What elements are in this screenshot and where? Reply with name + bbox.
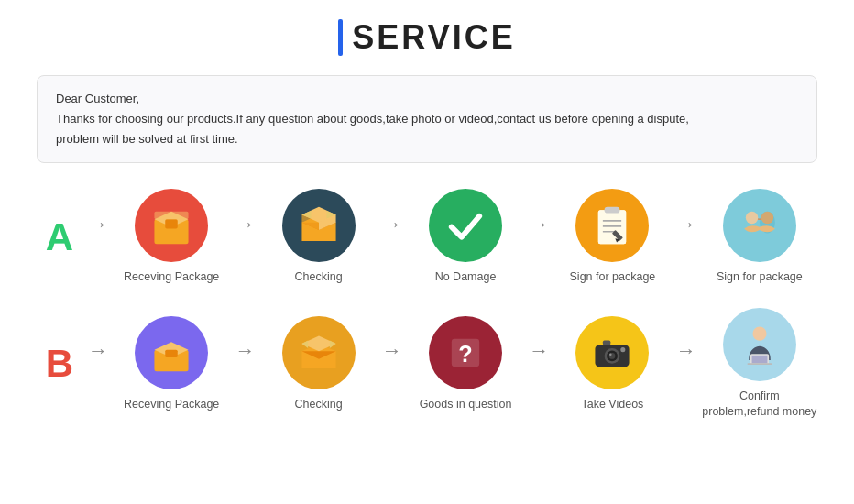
arrow-a2: → [382, 213, 402, 262]
arrow-a3: → [529, 213, 549, 262]
label-a1: Receving Package [124, 269, 219, 286]
label-b4: Take Videos [581, 397, 643, 413]
arrow-b3: → [529, 339, 549, 389]
arrow-b1: → [235, 339, 255, 389]
svg-point-22 [761, 212, 774, 225]
title-bar-decoration [338, 19, 343, 56]
flow-step-b1: Receving Package [114, 316, 229, 413]
label-b1: Receving Package [124, 397, 219, 413]
icon-b2-checking [282, 316, 356, 389]
arrow-b0: → [88, 339, 108, 389]
arrow-a4: → [676, 213, 696, 262]
icon-b5-refund [723, 308, 796, 381]
flow-section: A → Receving Package → [37, 189, 817, 421]
icon-a5-handshake [723, 189, 796, 262]
label-b5: Confirm problem,refund money [702, 389, 817, 421]
page-title: SERVICE [352, 18, 515, 57]
flow-row-b: B → Receving Package → [37, 308, 817, 421]
svg-rect-13 [605, 207, 620, 214]
label-a2: Checking [295, 269, 343, 286]
svg-rect-3 [155, 212, 189, 219]
icon-b3-question: ? [429, 316, 502, 389]
icon-a4-sign [575, 189, 649, 262]
flow-step-a1: Receving Package [114, 189, 229, 286]
flow-row-a: A → Receving Package → [37, 189, 817, 286]
svg-point-40 [752, 326, 766, 340]
flow-step-b2: Checking [260, 316, 376, 413]
label-b2: Checking [295, 397, 343, 413]
arrow-b4: → [676, 339, 696, 389]
svg-rect-43 [747, 363, 772, 365]
page-title-section: SERVICE [338, 18, 515, 57]
icon-a2-checking [282, 189, 356, 262]
svg-point-39 [621, 347, 626, 352]
arrow-b2: → [382, 339, 402, 389]
notice-box: Dear Customer, Thanks for choosing our p… [37, 75, 817, 163]
svg-text:?: ? [458, 341, 472, 367]
flow-step-a3: No Damage [408, 189, 523, 286]
label-b3: Goods in question [420, 397, 512, 413]
svg-rect-25 [165, 349, 178, 356]
svg-point-37 [609, 353, 612, 356]
label-a3: No Damage [435, 269, 497, 286]
flow-step-b4: Take Videos [554, 316, 670, 413]
svg-rect-42 [751, 356, 767, 363]
flow-letter-a: A [37, 215, 82, 259]
notice-line3: problem will be solved at first time. [56, 129, 798, 149]
icon-a3-nodamage [429, 189, 502, 262]
arrow-a0: → [88, 213, 108, 262]
icon-b1-receiving [135, 316, 208, 389]
flow-step-a5: Sign for package [702, 189, 817, 286]
notice-line1: Dear Customer, [56, 89, 798, 109]
icon-b4-camera [575, 316, 649, 389]
svg-point-21 [746, 212, 759, 225]
flow-step-b3: ? Goods in question [408, 316, 523, 413]
svg-marker-30 [329, 340, 335, 347]
flow-step-a4: Sign for package [554, 189, 670, 286]
flow-step-a2: Checking [260, 189, 376, 286]
label-a5: Sign for package [717, 269, 803, 286]
svg-rect-38 [603, 340, 610, 345]
notice-line2: Thanks for choosing our products.If any … [56, 109, 798, 129]
flow-letter-b: B [37, 342, 82, 386]
arrow-a1: → [235, 213, 255, 262]
label-a4: Sign for package [570, 269, 656, 286]
svg-rect-2 [165, 220, 178, 229]
svg-marker-29 [301, 340, 308, 347]
icon-a1-receiving [135, 189, 208, 262]
flow-step-b5: Confirm problem,refund money [702, 308, 817, 421]
